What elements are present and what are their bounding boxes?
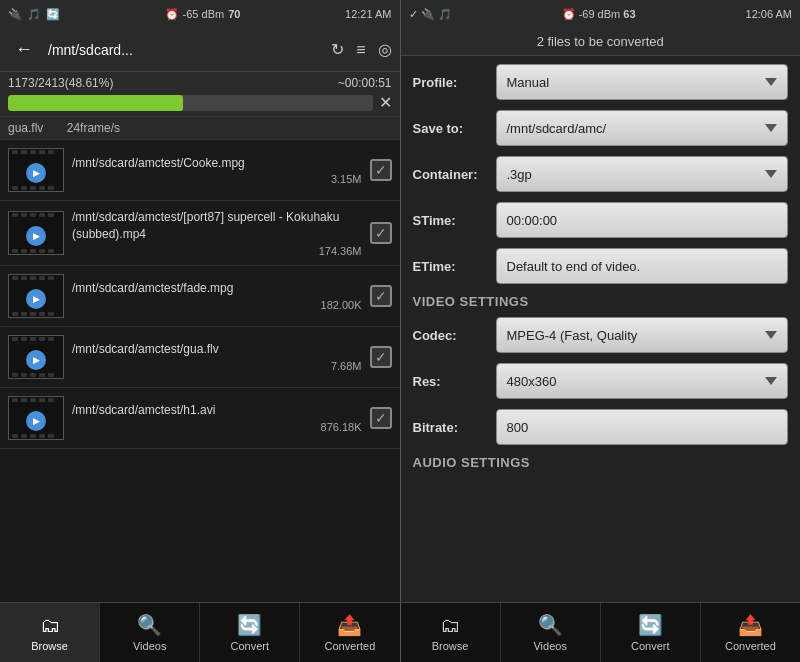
check-icon: ✓ xyxy=(375,349,387,365)
file-thumbnail: ▶ xyxy=(8,148,64,192)
check-icon: ✓ xyxy=(409,8,418,20)
tab-browse[interactable]: 🗂 Browse xyxy=(0,603,100,662)
list-item[interactable]: ▶ /mnt/sdcard/amctest/Cooke.mpg 3.15M ✓ xyxy=(0,140,400,201)
play-icon: ▶ xyxy=(26,350,46,370)
progress-fill xyxy=(8,95,183,111)
file-size: 3.15M xyxy=(72,173,362,185)
browse-icon: 🗂 xyxy=(40,614,60,637)
file-path: /mnt/sdcard/amctest/[port87] supercell -… xyxy=(72,209,362,243)
dropdown-arrow-icon xyxy=(765,124,777,132)
tab-videos-right[interactable]: 🔍 Videos xyxy=(501,603,601,662)
bitrate-input[interactable]: 800 xyxy=(496,409,789,445)
file-details: /mnt/sdcard/amctest/h1.avi 876.18K xyxy=(72,402,362,433)
file-details: /mnt/sdcard/amctest/fade.mpg 182.00K xyxy=(72,280,362,311)
bottom-nav-left: 🗂 Browse 🔍 Videos 🔄 Convert 📤 Converted xyxy=(0,602,400,662)
sync-icon: 🔄 xyxy=(46,8,60,21)
save-to-dropdown[interactable]: /mnt/sdcard/amc/ xyxy=(496,110,789,146)
current-path: /mnt/sdcard... xyxy=(48,42,323,58)
play-icon: ▶ xyxy=(26,226,46,246)
network-type-right: 63 xyxy=(623,8,635,20)
codec-dropdown[interactable]: MPEG-4 (Fast, Quality xyxy=(496,317,789,353)
file-thumbnail: ▶ xyxy=(8,274,64,318)
browse-label: Browse xyxy=(31,640,68,652)
stime-input[interactable]: 00:00:00 xyxy=(496,202,789,238)
res-label: Res: xyxy=(413,374,488,389)
file-checkbox-2[interactable]: ✓ xyxy=(370,285,392,307)
cancel-button[interactable]: ✕ xyxy=(379,93,392,112)
videos-label: Videos xyxy=(133,640,166,652)
res-setting: Res: 480x360 xyxy=(413,363,789,399)
tab-converted-right[interactable]: 📤 Converted xyxy=(701,603,800,662)
status-bar-right: ✓ 🔌 🎵 ⏰ -69 dBm 63 12:06 AM xyxy=(401,0,801,28)
check-icon: ✓ xyxy=(375,225,387,241)
file-size: 174.36M xyxy=(72,245,362,257)
converting-filename: gua.flv xyxy=(8,121,43,135)
list-item[interactable]: ▶ /mnt/sdcard/amctest/[port87] supercell… xyxy=(0,201,400,266)
codec-value: MPEG-4 (Fast, Quality xyxy=(507,328,638,343)
file-checkbox-4[interactable]: ✓ xyxy=(370,407,392,429)
video-settings-header: VIDEO SETTINGS xyxy=(413,294,789,309)
refresh-icon[interactable]: ↻ xyxy=(331,40,344,59)
menu-icon[interactable]: ≡ xyxy=(356,41,365,59)
etime-input[interactable]: Default to end of video. xyxy=(496,248,789,284)
tab-converted[interactable]: 📤 Converted xyxy=(300,603,399,662)
tab-browse-right[interactable]: 🗂 Browse xyxy=(401,603,501,662)
left-panel: 🔌 🎵 🔄 ⏰ -65 dBm 70 12:21 AM ← /mnt/sdcar… xyxy=(0,0,400,662)
videos-icon-right: 🔍 xyxy=(538,613,563,637)
file-thumbnail: ▶ xyxy=(8,396,64,440)
status-left-icons: 🔌 🎵 🔄 xyxy=(8,8,60,21)
tab-videos[interactable]: 🔍 Videos xyxy=(100,603,200,662)
save-to-setting: Save to: /mnt/sdcard/amc/ xyxy=(413,110,789,146)
progress-row: ✕ xyxy=(8,93,392,112)
nav-icons: ↻ ≡ ◎ xyxy=(331,40,391,59)
settings-panel: Profile: Manual Save to: /mnt/sdcard/amc… xyxy=(401,56,801,602)
status-right-center: ⏰ -69 dBm 63 xyxy=(562,8,636,21)
list-item[interactable]: ▶ /mnt/sdcard/amctest/gua.flv 7.68M ✓ xyxy=(0,327,400,388)
res-dropdown[interactable]: 480x360 xyxy=(496,363,789,399)
file-list: ▶ /mnt/sdcard/amctest/Cooke.mpg 3.15M ✓ … xyxy=(0,140,400,602)
bitrate-label: Bitrate: xyxy=(413,420,488,435)
profile-setting: Profile: Manual xyxy=(413,64,789,100)
file-checkbox-1[interactable]: ✓ xyxy=(370,222,392,244)
file-details: /mnt/sdcard/amctest/gua.flv 7.68M xyxy=(72,341,362,372)
location-icon[interactable]: ◎ xyxy=(378,40,392,59)
file-checkbox-0[interactable]: ✓ xyxy=(370,159,392,181)
profile-dropdown[interactable]: Manual xyxy=(496,64,789,100)
file-thumbnail: ▶ xyxy=(8,211,64,255)
container-setting: Container: .3gp xyxy=(413,156,789,192)
check-icon: ✓ xyxy=(375,410,387,426)
status-time-right: 12:06 AM xyxy=(746,8,792,20)
play-icon: ▶ xyxy=(26,163,46,183)
bottom-nav-right: 🗂 Browse 🔍 Videos 🔄 Convert 📤 Converted xyxy=(401,602,801,662)
etime-label: ETime: xyxy=(413,259,488,274)
res-value: 480x360 xyxy=(507,374,557,389)
list-item[interactable]: ▶ /mnt/sdcard/amctest/h1.avi 876.18K ✓ xyxy=(0,388,400,449)
file-path: /mnt/sdcard/amctest/gua.flv xyxy=(72,341,362,358)
file-details: /mnt/sdcard/amctest/[port87] supercell -… xyxy=(72,209,362,257)
signal-strength-left: -65 dBm xyxy=(183,8,225,20)
etime-setting: ETime: Default to end of video. xyxy=(413,248,789,284)
right-panel: ✓ 🔌 🎵 ⏰ -69 dBm 63 12:06 AM 2 files to b… xyxy=(401,0,801,662)
status-bar-left: 🔌 🎵 🔄 ⏰ -65 dBm 70 12:21 AM xyxy=(0,0,400,28)
file-path: /mnt/sdcard/amctest/Cooke.mpg xyxy=(72,155,362,172)
file-checkbox-3[interactable]: ✓ xyxy=(370,346,392,368)
container-dropdown[interactable]: .3gp xyxy=(496,156,789,192)
convert-icon: 🔄 xyxy=(237,613,262,637)
back-button[interactable]: ← xyxy=(8,34,40,66)
files-to-convert-label: 2 files to be converted xyxy=(401,28,801,56)
status-right-icons: ✓ 🔌 🎵 xyxy=(409,8,452,21)
save-to-label: Save to: xyxy=(413,121,488,136)
progress-percent-text: 1173/2413(48.61%) xyxy=(8,76,113,90)
tab-convert[interactable]: 🔄 Convert xyxy=(200,603,300,662)
browse-icon-right: 🗂 xyxy=(440,614,460,637)
audio-settings-header: AUDIO SETTINGS xyxy=(413,455,789,470)
codec-label: Codec: xyxy=(413,328,488,343)
tab-convert-right[interactable]: 🔄 Convert xyxy=(601,603,701,662)
file-size: 7.68M xyxy=(72,360,362,372)
audio-icon: 🎵 xyxy=(27,8,41,21)
list-item[interactable]: ▶ /mnt/sdcard/amctest/fade.mpg 182.00K ✓ xyxy=(0,266,400,327)
progress-track xyxy=(8,95,373,111)
bitrate-value: 800 xyxy=(507,420,529,435)
network-type-left: 70 xyxy=(228,8,240,20)
file-path: /mnt/sdcard/amctest/fade.mpg xyxy=(72,280,362,297)
